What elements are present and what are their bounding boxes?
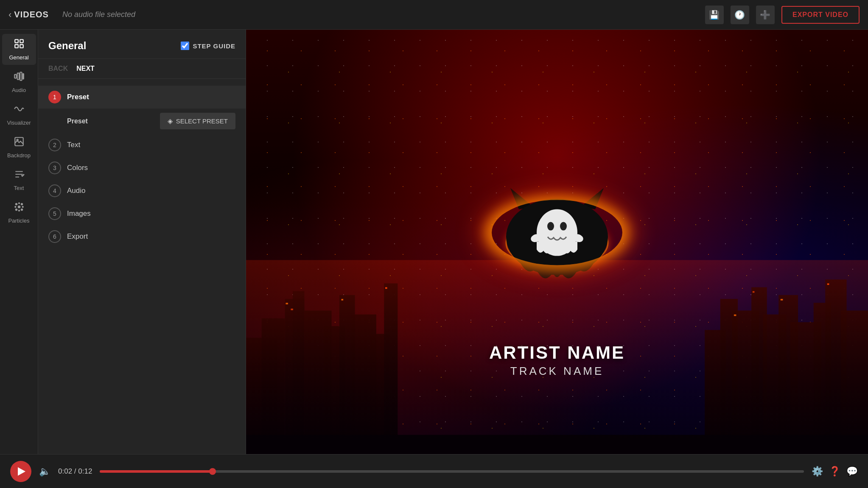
- svg-rect-5: [17, 73, 19, 79]
- help-icon[interactable]: ❓: [829, 466, 840, 477]
- logo-area: [493, 173, 621, 292]
- sidebar-label-backdrop: Backdrop: [7, 152, 31, 159]
- sidebar-item-general[interactable]: General: [2, 34, 36, 65]
- left-sidebar: General Audio Visualizer: [0, 30, 38, 454]
- svg-point-11: [15, 204, 17, 205]
- audio-icon: [14, 71, 25, 84]
- progress-fill: [100, 470, 213, 473]
- sidebar-item-backdrop[interactable]: Backdrop: [2, 132, 36, 163]
- sidebar-item-audio[interactable]: Audio: [2, 67, 36, 98]
- step-label-preset: Preset: [67, 93, 89, 101]
- preview-canvas: ARTIST NAME TRACK NAME: [246, 30, 868, 454]
- step-label-colors: Colors: [67, 164, 88, 172]
- back-arrow-icon: ‹: [8, 9, 11, 20]
- step-label-text: Text: [67, 141, 80, 149]
- glow-ring: [492, 200, 622, 265]
- artist-name: ARTIST NAME: [489, 343, 625, 363]
- step-item-audio[interactable]: 4 Audio: [38, 179, 246, 202]
- svg-rect-3: [20, 45, 23, 48]
- step-label-audio: Audio: [67, 187, 85, 195]
- step-item-colors[interactable]: 3 Colors: [38, 156, 246, 179]
- topbar-right: 💾 🕐 ➕ EXPORT VIDEO: [705, 6, 860, 24]
- svg-point-17: [22, 206, 23, 207]
- svg-rect-0: [15, 39, 18, 43]
- step-guide-checkbox[interactable]: [181, 42, 189, 50]
- export-video-button[interactable]: EXPORT VIDEO: [781, 6, 860, 24]
- sidebar-label-particles: Particles: [8, 218, 30, 224]
- settings-icon[interactable]: ⚙️: [812, 466, 823, 477]
- svg-point-10: [18, 206, 20, 208]
- back-button[interactable]: ‹ VIDEOS: [8, 9, 49, 20]
- sidebar-label-general: General: [9, 54, 28, 61]
- sidebar-label-audio: Audio: [12, 87, 26, 93]
- sub-step-preset-label: Preset: [67, 117, 88, 125]
- step-item-text[interactable]: 2 Text: [38, 134, 246, 156]
- add-icon: ➕: [760, 10, 770, 20]
- sidebar-item-particles[interactable]: Particles: [2, 197, 36, 228]
- sidebar-label-visualizer: Visualizer: [7, 120, 31, 126]
- sidebar-item-text[interactable]: Text: [2, 165, 36, 195]
- preset-diamond-icon: ◈: [168, 117, 173, 125]
- select-preset-button[interactable]: ◈ SELECT PRESET: [160, 113, 235, 129]
- svg-point-18: [18, 210, 19, 211]
- svg-rect-48: [827, 283, 829, 285]
- svg-rect-43: [341, 299, 343, 301]
- step-item-export[interactable]: 6 Export: [38, 225, 246, 248]
- nav-row: BACK NEXT: [38, 59, 246, 79]
- volume-icon[interactable]: 🔈: [39, 466, 50, 477]
- step-number-5: 5: [48, 207, 61, 220]
- steps-list: 1 Preset Preset ◈ SELECT PRESET 2 Text 3…: [38, 79, 246, 454]
- history-button[interactable]: 🕐: [731, 6, 749, 24]
- topbar-left: ‹ VIDEOS No audio file selected: [8, 9, 135, 20]
- preview-area: ARTIST NAME TRACK NAME: [246, 30, 868, 454]
- videos-label: VIDEOS: [14, 10, 49, 20]
- svg-point-15: [18, 203, 19, 204]
- chat-icon[interactable]: 💬: [846, 466, 858, 477]
- svg-rect-44: [385, 287, 387, 289]
- step-number-3: 3: [48, 162, 61, 174]
- step-label-export: Export: [67, 232, 88, 241]
- progress-thumb: [209, 468, 216, 475]
- sidebar-item-visualizer[interactable]: Visualizer: [2, 99, 36, 130]
- visualizer-icon: [14, 103, 25, 117]
- sub-step-preset: Preset ◈ SELECT PRESET: [38, 109, 246, 134]
- svg-rect-47: [781, 299, 783, 301]
- svg-rect-1: [20, 39, 23, 43]
- svg-rect-42: [291, 308, 293, 310]
- particles-icon: [14, 201, 25, 215]
- add-button[interactable]: ➕: [756, 6, 775, 24]
- svg-rect-6: [20, 72, 22, 81]
- settings-panel: General STEP GUIDE BACK NEXT 1 Preset Pr…: [38, 30, 246, 454]
- save-button[interactable]: 💾: [705, 6, 724, 24]
- svg-rect-46: [753, 291, 755, 293]
- svg-point-12: [21, 204, 22, 205]
- step-number-2: 2: [48, 139, 61, 151]
- topbar: ‹ VIDEOS No audio file selected 💾 🕐 ➕ EX…: [0, 0, 868, 30]
- next-nav-button[interactable]: NEXT: [76, 65, 95, 73]
- general-icon: [14, 38, 25, 52]
- bottom-bar: 🔈 0:02 / 0:12 ⚙️ ❓ 💬: [0, 454, 868, 488]
- audio-status: No audio file selected: [62, 10, 135, 19]
- back-nav-button[interactable]: BACK: [48, 65, 68, 73]
- play-button[interactable]: [10, 461, 31, 482]
- step-guide-label: STEP GUIDE: [193, 42, 235, 50]
- svg-point-16: [15, 206, 16, 207]
- svg-rect-7: [22, 74, 23, 79]
- step-item-preset[interactable]: 1 Preset: [38, 86, 246, 109]
- track-name: TRACK NAME: [489, 365, 625, 378]
- progress-bar[interactable]: [100, 470, 804, 473]
- save-icon: 💾: [709, 10, 720, 20]
- step-label-images: Images: [67, 209, 91, 218]
- step-item-images[interactable]: 5 Images: [38, 202, 246, 225]
- svg-point-13: [15, 209, 17, 210]
- svg-point-14: [21, 209, 22, 210]
- time-display: 0:02 / 0:12: [58, 467, 92, 476]
- ghost-container: [493, 173, 621, 292]
- play-icon: [18, 467, 25, 476]
- step-number-6: 6: [48, 230, 61, 243]
- bottom-right-icons: ⚙️ ❓ 💬: [812, 466, 858, 477]
- svg-rect-2: [15, 45, 18, 48]
- main-content: General Audio Visualizer: [0, 30, 868, 454]
- svg-rect-41: [286, 303, 288, 304]
- step-number-4: 4: [48, 184, 61, 197]
